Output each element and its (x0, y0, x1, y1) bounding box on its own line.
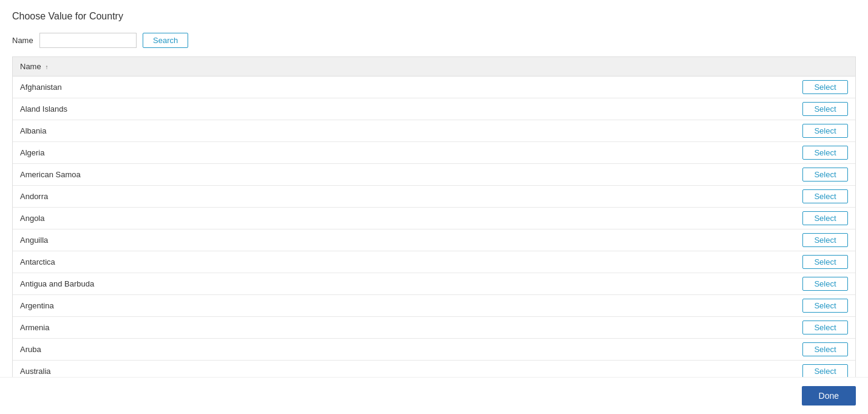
table-row: AfghanistanSelect (13, 76, 855, 98)
select-button[interactable]: Select (802, 189, 848, 203)
column-name-header: Name ↑ (20, 62, 848, 71)
table-row: Antigua and BarbudaSelect (13, 273, 855, 295)
table-row: ArubaSelect (13, 339, 855, 361)
table-row: AntarcticaSelect (13, 251, 855, 273)
country-name: Australia (20, 367, 802, 376)
table-row: AngolaSelect (13, 208, 855, 229)
done-button[interactable]: Done (802, 386, 856, 406)
country-name: American Samoa (20, 170, 802, 179)
select-button[interactable]: Select (802, 233, 848, 247)
table-row: AlgeriaSelect (13, 142, 855, 164)
country-name: Afghanistan (20, 83, 802, 92)
table-row: Aland IslandsSelect (13, 98, 855, 120)
table-header: Name ↑ (13, 57, 855, 76)
country-name: Andorra (20, 192, 802, 201)
table-body: AfghanistanSelectAland IslandsSelectAlba… (13, 76, 855, 378)
select-button[interactable]: Select (802, 124, 848, 138)
search-button[interactable]: Search (143, 33, 188, 48)
country-name: Armenia (20, 323, 802, 332)
select-button[interactable]: Select (802, 146, 848, 160)
select-button[interactable]: Select (802, 80, 848, 94)
select-button[interactable]: Select (802, 255, 848, 269)
select-button[interactable]: Select (802, 299, 848, 313)
select-button[interactable]: Select (802, 277, 848, 291)
country-table: Name ↑ AfghanistanSelectAland IslandsSel… (12, 56, 856, 378)
country-name: Anguilla (20, 236, 802, 245)
select-button[interactable]: Select (802, 211, 848, 225)
country-name: Albania (20, 126, 802, 135)
select-button[interactable]: Select (802, 168, 848, 182)
table-row: AustraliaSelect (13, 361, 855, 378)
table-row: AnguillaSelect (13, 229, 855, 251)
table-row: ArgentinaSelect (13, 295, 855, 317)
search-input[interactable] (39, 33, 137, 48)
search-row: Name Search (0, 29, 868, 56)
country-name: Antigua and Barbuda (20, 279, 802, 288)
country-name: Angola (20, 214, 802, 223)
country-name: Argentina (20, 301, 802, 310)
country-name: Aland Islands (20, 104, 802, 114)
table-row: AndorraSelect (13, 186, 855, 208)
country-name: Algeria (20, 148, 802, 157)
done-area: Done (0, 377, 868, 414)
country-name: Antarctica (20, 257, 802, 266)
sort-icon: ↑ (44, 64, 49, 70)
table-row: ArmeniaSelect (13, 317, 855, 339)
select-button[interactable]: Select (802, 342, 848, 356)
select-button[interactable]: Select (802, 102, 848, 116)
table-row: AlbaniaSelect (13, 120, 855, 142)
table-row: American SamoaSelect (13, 164, 855, 186)
country-name: Aruba (20, 345, 802, 354)
search-label: Name (12, 36, 33, 45)
select-button[interactable]: Select (802, 321, 848, 334)
select-button[interactable]: Select (802, 364, 848, 378)
page-title: Choose Value for Country (0, 0, 868, 29)
